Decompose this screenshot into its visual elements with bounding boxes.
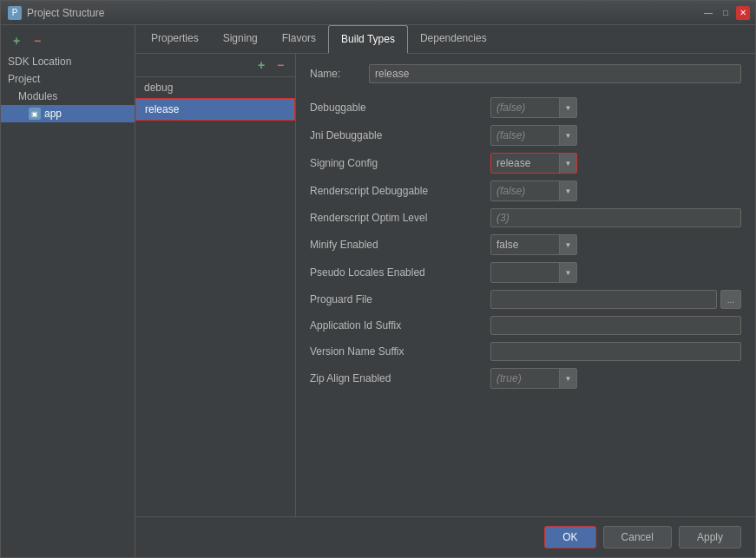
app-id-suffix-value <box>490 316 741 335</box>
renderscript-debuggable-value: (false) ▼ <box>490 181 741 201</box>
window-controls: — □ ✕ <box>701 6 750 20</box>
debuggable-text: (false) <box>491 99 559 116</box>
app-id-suffix-field[interactable] <box>490 316 741 335</box>
pseudo-locales-label: Pseudo Locales Enabled <box>310 264 483 281</box>
zip-align-text: (true) <box>491 370 559 387</box>
module-icon: ▣ <box>29 108 41 120</box>
cancel-button[interactable]: Cancel <box>603 526 672 548</box>
minify-text: false <box>491 236 559 253</box>
sidebar-add-button[interactable]: + <box>8 32 25 49</box>
build-types-panel: + − debug release <box>135 54 755 516</box>
build-list-items: debug release <box>135 77 295 516</box>
version-name-suffix-value <box>490 342 741 361</box>
pseudo-locales-text <box>491 270 559 275</box>
footer: OK Cancel Apply <box>135 516 755 557</box>
proguard-file-value: ... <box>490 290 741 309</box>
proguard-file-field[interactable] <box>490 290 717 309</box>
version-name-suffix-field[interactable] <box>490 342 741 361</box>
project-structure-window: P Project Structure — □ ✕ + − SDK Locati… <box>0 0 756 558</box>
minify-label: Minify Enabled <box>310 236 483 253</box>
build-item-release[interactable]: release <box>135 98 295 121</box>
right-panel: Properties Signing Flavors Build Types D… <box>135 25 755 557</box>
minify-dropdown[interactable]: false ▼ <box>490 234 577 255</box>
tab-signing[interactable]: Signing <box>211 25 270 54</box>
close-button[interactable]: ✕ <box>736 6 750 20</box>
app-id-suffix-label: Application Id Suffix <box>310 317 483 334</box>
properties-panel: Name: Debuggable (false) ▼ <box>296 54 755 516</box>
jni-debuggable-text: (false) <box>491 127 559 144</box>
zip-align-label: Zip Align Enabled <box>310 370 483 387</box>
jni-debuggable-label: Jni Debuggable <box>310 127 483 144</box>
sidebar-item-sdk-location[interactable]: SDK Location <box>1 53 135 70</box>
jni-debuggable-value: (false) ▼ <box>490 125 741 146</box>
signing-config-arrow[interactable]: ▼ <box>559 154 576 173</box>
pseudo-locales-dropdown[interactable]: ▼ <box>490 262 577 283</box>
build-list-remove-button[interactable]: − <box>273 57 288 73</box>
minimize-button[interactable]: — <box>701 6 715 20</box>
app-icon: P <box>8 6 22 20</box>
renderscript-debuggable-label: Renderscript Debuggable <box>310 182 483 200</box>
sidebar-item-modules[interactable]: Modules <box>1 88 135 105</box>
renderscript-optim-field[interactable] <box>490 208 741 227</box>
tab-properties[interactable]: Properties <box>139 25 211 54</box>
zip-align-arrow[interactable]: ▼ <box>559 369 576 388</box>
sidebar-toolbar: + − <box>1 29 135 53</box>
window-title: Project Structure <box>27 7 104 19</box>
renderscript-debuggable-dropdown[interactable]: (false) ▼ <box>490 181 577 201</box>
debuggable-arrow[interactable]: ▼ <box>559 98 576 117</box>
zip-align-value: (true) ▼ <box>490 368 741 389</box>
version-name-suffix-label: Version Name Suffix <box>310 343 483 360</box>
jni-debuggable-arrow[interactable]: ▼ <box>559 126 576 145</box>
main-content: + − SDK Location Project Modules ▣ app <box>1 25 755 557</box>
pseudo-locales-value: ▼ <box>490 262 741 283</box>
name-field[interactable] <box>369 64 741 83</box>
sidebar-item-project[interactable]: Project <box>1 70 135 88</box>
proguard-browse-button[interactable]: ... <box>720 290 741 309</box>
pseudo-locales-arrow[interactable]: ▼ <box>559 263 576 282</box>
sidebar-tree: SDK Location Project Modules ▣ app <box>1 53 135 122</box>
debuggable-value: (false) ▼ <box>490 97 741 118</box>
signing-config-value: release ▼ <box>490 153 741 174</box>
debuggable-dropdown[interactable]: (false) ▼ <box>490 97 577 118</box>
sidebar-remove-button[interactable]: − <box>29 32 46 49</box>
renderscript-debuggable-text: (false) <box>491 182 559 200</box>
build-list-toolbar: + − <box>135 54 295 77</box>
sidebar-item-app[interactable]: ▣ app <box>1 105 135 122</box>
renderscript-optim-value <box>490 208 741 227</box>
proguard-file-label: Proguard File <box>310 291 483 308</box>
build-types-list: + − debug release <box>135 54 296 516</box>
minify-arrow[interactable]: ▼ <box>559 235 576 254</box>
maximize-button[interactable]: □ <box>719 6 733 20</box>
app-item-row: ▣ app <box>29 108 128 120</box>
tab-build-types[interactable]: Build Types <box>328 25 408 54</box>
tabs-bar: Properties Signing Flavors Build Types D… <box>135 25 755 54</box>
build-item-debug[interactable]: debug <box>135 77 295 98</box>
jni-debuggable-dropdown[interactable]: (false) ▼ <box>490 125 577 146</box>
properties-grid: Debuggable (false) ▼ Jni Debuggable (fal… <box>310 97 741 389</box>
zip-align-dropdown[interactable]: (true) ▼ <box>490 368 577 389</box>
renderscript-optim-label: Renderscript Optim Level <box>310 209 483 226</box>
renderscript-debuggable-arrow[interactable]: ▼ <box>559 181 576 200</box>
signing-config-label: Signing Config <box>310 154 483 172</box>
ok-button[interactable]: OK <box>544 526 595 548</box>
sidebar: + − SDK Location Project Modules ▣ app <box>1 25 135 557</box>
signing-config-dropdown[interactable]: release ▼ <box>490 153 577 174</box>
tab-flavors[interactable]: Flavors <box>270 25 328 54</box>
name-label: Name: <box>310 68 362 80</box>
signing-config-text: release <box>491 154 559 172</box>
tab-dependencies[interactable]: Dependencies <box>408 25 499 54</box>
name-row: Name: <box>310 64 741 83</box>
apply-button[interactable]: Apply <box>679 526 741 548</box>
proguard-file-row: ... <box>490 290 741 309</box>
debuggable-label: Debuggable <box>310 99 483 116</box>
minify-value: false ▼ <box>490 234 741 255</box>
title-bar: P Project Structure — □ ✕ <box>1 1 755 25</box>
build-list-add-button[interactable]: + <box>253 57 269 73</box>
